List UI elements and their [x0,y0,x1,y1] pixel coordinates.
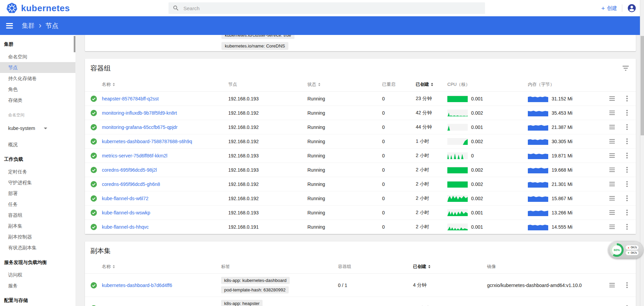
sidebar-item-cron-jobs[interactable]: 定时任务 [0,166,75,177]
pod-actions [596,138,636,145]
sidebar-item-stateful-sets[interactable]: 有状态副本集 [0,242,75,253]
kebab-menu-icon[interactable] [626,282,628,289]
column-header-created[interactable]: 已创建 [413,264,487,270]
logs-icon[interactable] [609,224,615,230]
pod-actions [596,152,636,159]
pod-name-link[interactable]: coredns-695f96dcd5-98j2l [102,167,157,173]
page-scrollbar[interactable] [640,0,644,306]
pod-memory: 19.871 Mi [528,152,596,159]
sidebar-item-storage-classes[interactable]: 存储类 [0,95,75,106]
download-arrow-icon: ▼ [627,251,630,255]
kebab-menu-icon[interactable] [626,152,628,159]
system-monitor-widget[interactable]: 60% ▲ 0K/s ▼ 0K/s [608,242,643,259]
kebab-menu-icon[interactable] [626,123,628,131]
column-header-status[interactable]: 状态 [307,81,382,88]
pod-name-link[interactable]: coredns-695f96dcd5-gh6n8 [102,181,160,187]
pod-actions [596,223,636,230]
sidebar-item-nodes[interactable]: 节点 [0,62,75,73]
pod-node: 192.168.0.193 [228,167,307,173]
logs-icon[interactable] [609,181,615,187]
pod-name-link[interactable]: kube-flannel-ds-w6l72 [102,196,148,201]
filter-icon[interactable] [621,63,630,73]
sidebar-item-deployments[interactable]: 部署 [0,188,75,199]
logs-icon[interactable] [609,282,615,288]
column-header-name[interactable]: 名称 [102,81,228,88]
account-icon[interactable] [627,3,637,13]
breadcrumb-cluster[interactable]: 集群 [22,21,35,30]
sidebar-item-daemon-sets[interactable]: 守护进程集 [0,177,75,188]
sidebar-item-replica-sets[interactable]: 副本集 [0,221,75,231]
logs-icon[interactable] [609,124,615,130]
column-header-memory: 内存（字节） [528,81,596,88]
kebab-menu-icon[interactable] [626,209,628,216]
kebab-menu-icon[interactable] [626,195,628,202]
column-label: 容器组 [338,264,351,270]
pod-cpu: 0.002 [447,181,528,188]
pod-name-link[interactable]: metrics-server-75d6ff86f-kkm2l [102,153,167,158]
kebab-menu-icon[interactable] [626,180,628,188]
search-bar[interactable] [168,2,485,14]
pod-name-link[interactable]: kube-flannel-ds-hhqvc [102,224,149,230]
column-label: 状态 [307,81,316,88]
pod-name-link[interactable]: kube-flannel-ds-wswkp [102,210,150,215]
sidebar-item-roles[interactable]: 角色 [0,84,75,95]
logs-icon[interactable] [609,96,615,101]
sidebar-item-replication-controllers[interactable]: 副本控制器 [0,231,75,242]
pod-name-link[interactable]: monitoring-grafana-65ccfb675-qpjdr [102,125,178,130]
pod-name-link[interactable]: heapster-8576784bff-q2sst [102,96,159,101]
kebab-menu-icon[interactable] [626,109,628,116]
pod-actions [596,95,636,102]
sidebar-scrollbar-thumb[interactable] [74,36,75,52]
check-circle-icon [90,181,97,188]
sidebar-item-persistent-volumes[interactable]: 持久化存储卷 [0,73,75,84]
pod-name-cell: kube-flannel-ds-wswkp [102,210,228,215]
kubernetes-logo[interactable]: kubernetes [6,2,70,14]
pod-cpu-value: 0.001 [471,125,483,130]
sidebar-item-jobs[interactable]: 任务 [0,199,75,210]
chevron-down-icon [44,128,47,129]
divider [622,4,622,12]
pod-name-cell: coredns-695f96dcd5-gh6n8 [102,181,228,187]
hamburger-menu-icon[interactable] [5,20,14,31]
pod-name-cell: kube-flannel-ds-w6l72 [102,196,228,201]
pod-status: Running [307,196,382,201]
rs-name-link[interactable]: kubernetes-dashboard-b7d6d4ff6 [102,283,172,288]
sidebar-item-namespaces[interactable]: 命名空间 [0,51,75,62]
column-header-labels: 标签 [221,264,338,270]
pod-memory-value: 19.668 Mi [552,167,572,173]
logs-icon[interactable] [609,110,615,116]
logs-icon[interactable] [609,210,615,215]
kebab-menu-icon[interactable] [626,166,628,173]
column-header-name[interactable]: 名称 [102,264,221,270]
sidebar-section-cluster: 集群 [0,39,75,49]
sparkline-chart [528,95,548,102]
kebab-menu-icon[interactable] [626,305,628,306]
kebab-menu-icon[interactable] [626,95,628,102]
logs-icon[interactable] [609,167,615,173]
header-actions: + 创建 [601,0,637,16]
sidebar-item-ingresses[interactable]: 访问权 [0,269,75,280]
sort-arrows-icon [428,265,430,268]
pod-cpu: 0.002 [447,195,528,202]
sidebar-item-services[interactable]: 服务 [0,280,75,291]
page-scrollbar-thumb[interactable] [641,36,644,135]
pod-name-cell: kube-flannel-ds-hhqvc [102,224,228,230]
logs-icon[interactable] [609,153,615,158]
search-input[interactable] [183,5,469,12]
check-circle-icon [90,124,97,131]
check-circle-icon [90,138,97,145]
logs-icon[interactable] [609,195,615,201]
kebab-menu-icon[interactable] [626,138,628,145]
sparkline-chart [528,167,548,173]
sidebar-nav: 集群命名空间节点持久化存储卷角色存储类命名空间kube-system概况工作负载… [0,35,75,305]
logs-icon[interactable] [609,138,615,144]
namespace-select[interactable]: kube-system [8,122,47,134]
sidebar-item-overview[interactable]: 概况 [0,139,75,150]
kebab-menu-icon[interactable] [626,223,628,230]
create-button[interactable]: + 创建 [601,5,617,12]
sidebar-item-pods[interactable]: 容器组 [0,210,75,221]
pod-status-ok [85,195,102,202]
pod-name-link[interactable]: monitoring-influxdb-9b78f5fd9-kn8rt [102,110,177,116]
column-header-created[interactable]: 已创建 [416,81,447,88]
pod-name-link[interactable]: kubernetes-dashboard-7588787688-s6h9q [102,139,192,144]
